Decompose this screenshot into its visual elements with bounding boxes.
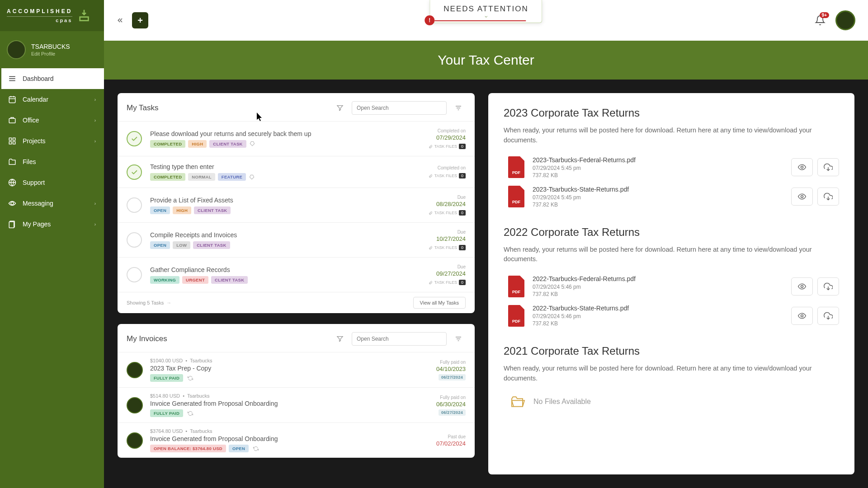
tax-section-title: 2023 Corporate Tax Returns <box>504 107 839 119</box>
task-checkbox[interactable] <box>127 164 142 180</box>
task-title: Please download your returns and securel… <box>150 130 420 137</box>
document-name[interactable]: 2023-Tsarbucks-Federal-Returns.pdf <box>533 156 783 164</box>
download-button[interactable] <box>817 277 839 296</box>
filter-icon[interactable] <box>333 103 347 113</box>
recurring-icon <box>188 411 193 416</box>
tax-section: 2023 Corporate Tax Returns When ready, y… <box>504 107 839 208</box>
sidebar-item-files[interactable]: Files <box>0 151 104 172</box>
status-badge: WORKING <box>150 276 179 284</box>
profile-block[interactable]: TSARBUCKS Edit Profile <box>0 31 104 68</box>
paperclip-icon <box>429 174 433 178</box>
sidebar-item-my-pages[interactable]: My Pages › <box>0 214 104 235</box>
document-name[interactable]: 2022-Tsarbucks-Federal-Returns.pdf <box>533 275 783 282</box>
tax-section: 2022 Corporate Tax Returns When ready, y… <box>504 226 839 327</box>
sort-icon[interactable] <box>451 333 466 344</box>
invoice-date: 06/30/2024 <box>436 401 466 408</box>
task-checkbox[interactable] <box>127 131 142 146</box>
nav-label: Dashboard <box>23 75 54 82</box>
invoice-date: 04/10/2023 <box>436 366 466 372</box>
sort-icon[interactable] <box>451 103 466 113</box>
invoice-row[interactable]: $3764.80 USD • Tsarbucks Invoice Generat… <box>118 422 475 458</box>
task-row[interactable]: Please download your returns and securel… <box>118 121 475 156</box>
document-size: 737.82 KB <box>533 291 783 297</box>
task-row[interactable]: Provide a List of Fixed Assets OPENHIGHC… <box>118 188 475 222</box>
nav-label: Projects <box>23 137 46 145</box>
task-date: 09/27/2024 <box>429 270 466 277</box>
document-name[interactable]: 2023-Tsarbucks-State-Returns.pdf <box>533 186 783 193</box>
svg-rect-3 <box>13 138 15 140</box>
task-checkbox[interactable] <box>127 267 142 282</box>
sidebar-item-dashboard[interactable]: Dashboard <box>0 68 104 89</box>
nav-label: Support <box>23 179 45 186</box>
nav-label: My Pages <box>23 221 51 228</box>
svg-point-7 <box>11 202 14 205</box>
sidebar-item-calendar[interactable]: Calendar › <box>0 89 104 110</box>
download-button[interactable] <box>817 158 839 176</box>
task-title: Testing type then enter <box>150 163 420 170</box>
document-row: PDF 2022-Tsarbucks-State-Returns.pdf 07/… <box>504 305 839 327</box>
invoice-title: 2023 Tax Prep - Copy <box>150 365 429 372</box>
status-badge: FULLY PAID <box>150 374 183 382</box>
profile-name: TSARBUCKS <box>31 43 70 50</box>
needs-attention-dropdown[interactable]: NEEDS ATTENTION ! <box>429 0 542 23</box>
task-title: Gather Compliance Records <box>150 266 420 273</box>
task-row[interactable]: Testing type then enter COMPLETEDNORMALF… <box>118 156 475 188</box>
task-checkbox[interactable] <box>127 232 142 248</box>
invoice-row[interactable]: $514.80 USD • Tsarbucks Invoice Generate… <box>118 387 475 422</box>
invoices-search-input[interactable] <box>352 332 447 346</box>
arrow-right-icon: → <box>166 300 171 305</box>
status-badge: CLIENT TASK <box>193 241 230 249</box>
notifications-button[interactable]: 9+ <box>815 15 826 26</box>
task-meta-label: Completed on <box>429 165 466 170</box>
page-title: Your Tax Center <box>104 41 868 80</box>
task-title: Provide a List of Fixed Assets <box>150 197 420 204</box>
invoice-date: 07/02/2024 <box>436 440 466 447</box>
status-badge: COMPLETED <box>150 173 185 181</box>
document-date: 07/29/2024 5:46 pm <box>533 313 783 319</box>
invoice-status-label: Fully paid on <box>436 395 466 400</box>
download-button[interactable] <box>817 188 839 206</box>
task-row[interactable]: Gather Compliance Records WORKINGURGENTC… <box>118 257 475 292</box>
preview-button[interactable] <box>791 188 813 206</box>
filter-icon[interactable] <box>333 333 347 344</box>
svg-rect-2 <box>9 138 11 140</box>
document-name[interactable]: 2022-Tsarbucks-State-Returns.pdf <box>533 305 783 312</box>
preview-button[interactable] <box>791 277 813 296</box>
sidebar: ACCOMPLISHED cpas TSARBUCKS Edit Profile… <box>0 0 104 488</box>
svg-rect-9 <box>9 222 14 228</box>
file-count: 0 <box>459 210 466 216</box>
add-button[interactable]: + <box>132 12 148 28</box>
brand-sub: cpas <box>7 16 72 23</box>
collapse-sidebar-button[interactable] <box>117 17 124 24</box>
sidebar-item-office[interactable]: Office › <box>0 110 104 131</box>
preview-button[interactable] <box>791 307 813 325</box>
edit-profile-link[interactable]: Edit Profile <box>31 51 70 56</box>
sidebar-item-support[interactable]: Support <box>0 172 104 193</box>
task-meta-label: Completed on <box>429 128 466 133</box>
tax-section: 2021 Corporate Tax Returns When ready, y… <box>504 345 839 409</box>
status-badge: LOW <box>173 241 190 249</box>
task-row[interactable]: Compile Receipts and Invoices OPENLOWCLI… <box>118 222 475 257</box>
my-invoices-panel: My Invoices $1040.00 USD • Tsarbucks 202… <box>118 324 475 458</box>
view-all-tasks-button[interactable]: View all My Tasks <box>413 297 466 309</box>
brand-icon <box>77 9 91 23</box>
chevron-right-icon: › <box>94 201 96 206</box>
task-checkbox[interactable] <box>127 197 142 213</box>
download-button[interactable] <box>817 307 839 325</box>
sidebar-item-messaging[interactable]: Messaging › <box>0 193 104 214</box>
invoice-row[interactable]: $1040.00 USD • Tsarbucks 2023 Tax Prep -… <box>118 352 475 387</box>
nav-icon <box>8 137 16 145</box>
user-avatar-button[interactable] <box>835 10 855 30</box>
tasks-search-input[interactable] <box>352 101 447 115</box>
svg-point-13 <box>801 314 803 317</box>
task-files-label: TASK FILES <box>434 211 457 215</box>
avatar <box>127 362 143 378</box>
topbar: + NEEDS ATTENTION ! 9+ <box>104 0 868 41</box>
nav-icon <box>8 95 16 103</box>
my-tasks-panel: My Tasks Please download your returns an… <box>118 93 475 313</box>
attention-alert-icon: ! <box>425 15 434 25</box>
preview-button[interactable] <box>791 158 813 176</box>
status-badge: FULLY PAID <box>150 409 183 417</box>
recurring-icon <box>253 446 259 451</box>
sidebar-item-projects[interactable]: Projects › <box>0 131 104 151</box>
